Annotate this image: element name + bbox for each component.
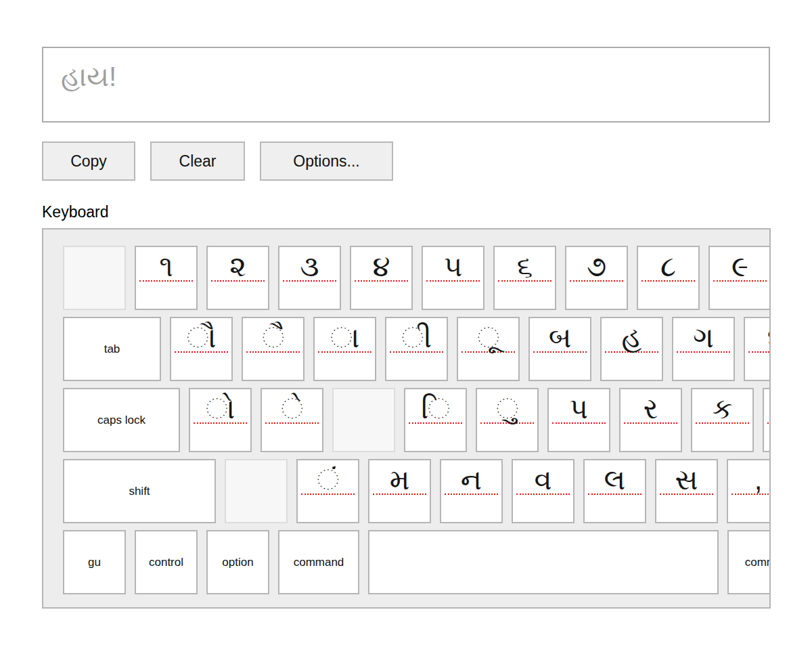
key-control[interactable]: control [135,530,198,594]
key-digit-8[interactable]: ૮ [637,246,700,310]
key-command-right[interactable]: command [727,530,771,594]
key-glyph: ૪ [355,252,408,282]
key-uu-matra[interactable]: ◌ૂ [457,317,520,381]
key-ra[interactable]: ર [619,388,682,452]
key-glyph: ૭ [570,252,623,282]
key-anusvara[interactable]: ◌ં [296,459,359,523]
key-glyph: ત [767,394,771,424]
key-glyph: ૬ [498,252,551,282]
key-glyph: ◌ૈ [246,323,300,353]
key-gu[interactable]: gu [63,530,126,594]
key-label: option [222,556,253,569]
key-label: caps lock [97,414,145,427]
key-glyph: સ [660,465,713,495]
copy-button[interactable]: Copy [42,141,135,181]
key-ma[interactable]: મ [368,459,431,523]
virtual-keyboard: ૧૨૩૪૫૬૭૮૯tab◌ૌ◌ૈ◌ા◌ી◌ૂબહગદcaps lock◌ો◌ે◌… [42,228,771,609]
key-glyph: ◌ૌ [175,323,228,353]
key-glyph: ૩ [283,252,336,282]
key-digit-4[interactable]: ૪ [350,246,413,310]
key-glyph: દ [748,323,771,353]
key-digit-9[interactable]: ૯ [708,246,771,310]
key-label: command [294,556,344,569]
key-comma[interactable]: , [727,459,771,523]
key-option[interactable]: option [206,530,269,594]
key-glyph: હ [605,323,658,353]
key-glyph: ◌ો [194,394,247,424]
key-digit-6[interactable]: ૬ [493,246,556,310]
key-digit-3[interactable]: ૩ [278,246,341,310]
key-na[interactable]: ન [440,459,503,523]
options-button[interactable]: Options... [260,141,393,181]
key-ta[interactable]: ત [763,388,771,452]
key-glyph: ગ [677,323,730,353]
key-au-matra[interactable]: ◌ૌ [170,317,233,381]
key-glyph: ◌ુ [480,394,534,424]
key-label: shift [129,485,150,498]
key-ii-matra[interactable]: ◌ી [385,317,448,381]
key-digit-2[interactable]: ૨ [206,246,269,310]
key-glyph: મ [373,465,426,495]
key-tab[interactable]: tab [63,317,161,381]
key-pa[interactable]: પ [547,388,610,452]
key-command-left[interactable]: command [278,530,359,594]
key-label: control [149,556,183,569]
clear-button[interactable]: Clear [150,141,245,181]
key-aa-matra[interactable]: ◌ા [313,317,376,381]
keyboard-row: gucontroloptioncommandcommand [63,530,769,594]
key-ba[interactable]: બ [528,317,591,381]
key-glyph: ◌ે [265,394,319,424]
key-glyph: ન [445,465,498,495]
key-ai-matra[interactable]: ◌ૈ [242,317,304,381]
key-glyph: ૫ [426,252,480,282]
key-va[interactable]: વ [512,459,574,523]
key-glyph: પ [552,394,606,424]
key-label: tab [104,343,120,356]
key-glyph: બ [533,323,587,353]
keyboard-label: Keyboard [42,203,812,221]
key-digit-1[interactable]: ૧ [135,246,198,310]
key-glyph: , [731,465,771,495]
key-virama-blank [332,388,395,452]
text-input[interactable] [42,47,770,123]
key-i-matra[interactable]: ◌િ [404,388,467,452]
key-glyph: ૨ [211,252,265,282]
key-ha[interactable]: હ [600,317,663,381]
key-e-matra[interactable]: ◌ે [261,388,323,452]
key-ga[interactable]: ગ [672,317,735,381]
page: Copy Clear Options... Keyboard ૧૨૩૪૫૬૭૮૯… [0,0,812,609]
key-glyph: ◌ા [318,323,371,353]
key-ka[interactable]: ક [691,388,754,452]
key-da[interactable]: દ [744,317,771,381]
key-glyph: વ [516,465,570,495]
key-space[interactable] [368,530,719,594]
key-u-matra[interactable]: ◌ુ [476,388,539,452]
key-digit-5[interactable]: ૫ [422,246,484,310]
key-glyph: ક [696,394,749,424]
key-label: gu [88,556,101,569]
key-glyph: ◌ી [390,323,443,353]
key-glyph: ૮ [641,252,695,282]
key-sa[interactable]: સ [655,459,718,523]
key-la[interactable]: લ [583,459,646,523]
button-row: Copy Clear Options... [42,141,812,181]
key-glyph: ૯ [713,252,767,282]
key-glyph: ૧ [139,252,193,282]
keyboard-row: ૧૨૩૪૫૬૭૮૯ [63,246,769,310]
keyboard-row: caps lock◌ો◌ે◌િ◌ુપરકત [63,388,769,452]
keyboard-row: shift◌ંમનવલસ, [63,459,769,523]
key-glyph: ◌ં [301,465,355,495]
key-caps-lock[interactable]: caps lock [63,388,180,452]
key-z-blank [225,459,288,523]
key-label: command [745,556,771,569]
keyboard-row: tab◌ૌ◌ૈ◌ા◌ી◌ૂબહગદ [63,317,769,381]
key-shift[interactable]: shift [63,459,216,523]
key-glyph: ◌િ [409,394,462,424]
key-glyph: ર [624,394,677,424]
key-glyph: લ [588,465,641,495]
key-grave-blank [63,246,126,310]
key-glyph: ◌ૂ [461,323,515,353]
key-digit-7[interactable]: ૭ [565,246,628,310]
key-o-matra[interactable]: ◌ો [189,388,252,452]
